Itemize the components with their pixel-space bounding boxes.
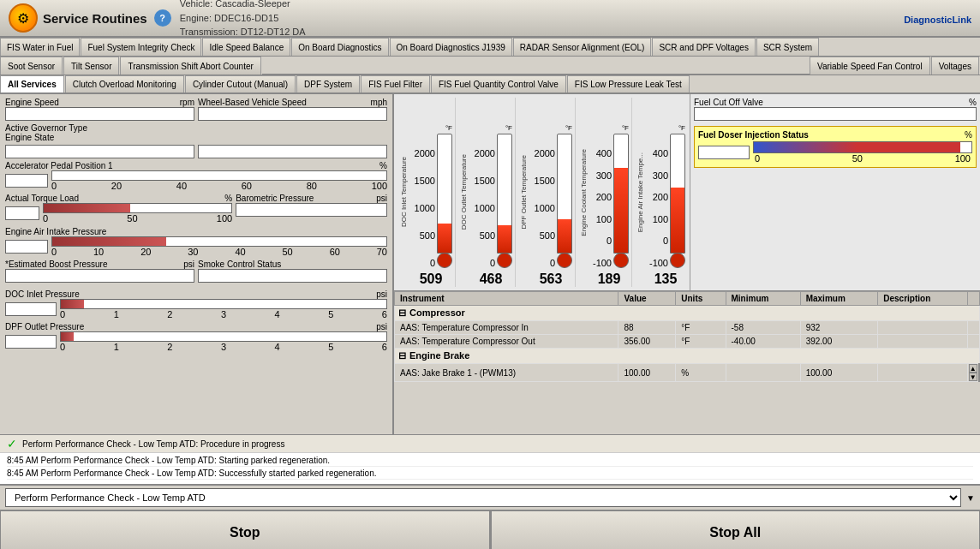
engine-speed-unit: rpm: [180, 98, 194, 107]
tab-fis-fuel[interactable]: FIS Fuel Filter: [361, 75, 430, 92]
thermo-doc-outlet-val: 468: [480, 272, 503, 287]
tab-scr-system[interactable]: SCR System: [756, 38, 819, 56]
boost-unit: psi: [183, 260, 194, 269]
col-description: Description: [878, 292, 967, 306]
help-button[interactable]: ?: [154, 9, 171, 27]
tab-fis-lowpres[interactable]: FIS Low Pressure Leak Test: [567, 75, 690, 92]
fuel-cutoff-section: Fuel Cut Off Valve % 0.00: [694, 98, 977, 121]
group-engine-brake: ⊟Engine Brake: [395, 349, 980, 364]
log-entry: 8:45 AM Perform Performance Check - Low …: [7, 455, 973, 467]
doc-inlet-label: DOC Inlet Pressure: [5, 289, 80, 299]
status-text: Perform Performance Check - Low Temp ATD…: [22, 439, 284, 449]
thermo-doc-inlet: DOC Inlet Temperature °F 200015001000500…: [396, 98, 456, 287]
brand-logo: DiagnosticLink: [904, 9, 971, 27]
bottom-controls: Perform Performance Check - Low Temp ATD…: [0, 484, 980, 549]
fuel-cutoff-value: 0.00: [694, 107, 977, 121]
thermo-doc-inlet-val: 509: [420, 272, 443, 287]
routine-dropdown[interactable]: Perform Performance Check - Low Temp ATD: [5, 488, 961, 507]
accel-unit: %: [379, 161, 387, 170]
torque-unit: %: [224, 194, 232, 203]
main-area: Engine Speed rpm 1252.6 Wheel-Based Vehi…: [0, 94, 980, 434]
dpf-outlet-label: DPF Outlet Pressure: [5, 322, 84, 331]
smoke-label: Smoke Control Status: [198, 260, 387, 269]
dpf-outlet-value: 0.231: [5, 335, 57, 349]
doc-inlet-value: 0.444: [5, 302, 57, 316]
gov-type-value: Idle speed governor: [5, 145, 194, 158]
tab-row-2: Soot Sensor Tilt Sensor Transmission Shi…: [0, 57, 980, 75]
fuel-doser-value: 95.00: [698, 146, 750, 159]
dpf-outlet-unit: psi: [376, 322, 387, 331]
tab-varspeed[interactable]: Variable Speed Fan Control: [810, 57, 930, 75]
accel-value: 0.0: [5, 174, 48, 188]
routine-select-row: Perform Performance Check - Low Temp ATD…: [0, 486, 980, 510]
header: ⚙ Service Routines ? Vehicle: Cascadia-S…: [0, 0, 980, 38]
wheel-speed-label: Wheel-Based Vehicle Speed: [198, 98, 307, 107]
tab-fis-water[interactable]: FIS Water in Fuel: [0, 38, 80, 56]
doc-inlet-unit: psi: [376, 289, 387, 299]
readings-panel: Engine Speed rpm 1252.6 Wheel-Based Vehi…: [0, 94, 394, 434]
tab-clutch[interactable]: Clutch Overload Monitoring: [65, 75, 184, 92]
engine-speed-label: Engine Speed: [5, 98, 59, 107]
buttons-row: Stop Stop All: [0, 510, 980, 549]
dropdown-arrow-icon: ▼: [966, 493, 975, 503]
thermo-coolant: Engine Coolant Temperature °F 4003002001…: [576, 98, 632, 287]
thermos-section: DOC Inlet Temperature °F 200015001000500…: [394, 94, 980, 291]
engine-state-label: Engine State: [5, 133, 387, 142]
app-logo: ⚙: [9, 3, 38, 33]
col-instrument: Instrument: [395, 292, 618, 306]
table-row: AAS: Temperature Compressor In 88 °F -58…: [395, 321, 980, 335]
thermos-group: DOC Inlet Temperature °F 200015001000500…: [394, 94, 690, 290]
thermo-air-intake-val: 135: [654, 272, 678, 287]
status-line: ✓ Perform Performance Check - Low Temp A…: [0, 435, 980, 453]
group-compressor: ⊟Compressor: [395, 306, 980, 321]
boost-label: *Estimated Boost Pressure: [5, 260, 108, 269]
tab-fuel-integrity[interactable]: Fuel System Integrity Check: [81, 38, 201, 56]
wheel-speed-unit: mph: [371, 98, 387, 107]
tab-idle-speed[interactable]: Idle Speed Balance: [202, 38, 290, 56]
tab-obd-j1939[interactable]: On Board Diagnostics J1939: [390, 38, 512, 56]
tab-row-1: FIS Water in Fuel Fuel System Integrity …: [0, 38, 980, 57]
tab-radar[interactable]: RADAR Sensor Alignment (EOL): [513, 38, 652, 56]
tab-trans-shift[interactable]: Transmission Shift Abort Counter: [120, 57, 260, 75]
thermo-air-intake: Engine Air Intake Tempe... °F 4003002001…: [632, 98, 688, 287]
fuel-doser-label: Fuel Doser Injection Status: [698, 130, 809, 140]
tab-row-3: All Services Clutch Overload Monitoring …: [0, 75, 980, 94]
col-minimum: Minimum: [726, 292, 800, 306]
fuel-doser-unit: %: [965, 130, 972, 140]
baro-label: Barometric Pressure: [236, 194, 314, 203]
col-units: Units: [676, 292, 726, 306]
col-value: Value: [618, 292, 676, 306]
table-row: AAS: Jake Brake 1 - (PWM13) 100.00 % 100…: [395, 364, 980, 382]
baro-unit: psi: [376, 194, 387, 203]
fuel-doser-section: Fuel Doser Injection Status % 95.00 0501…: [694, 126, 977, 168]
tab-fis-qty[interactable]: FIS Fuel Quantity Control Valve: [431, 75, 566, 92]
vehicle-info: Vehicle: Cascadia-Sleeper Engine: DDEC16…: [180, 0, 306, 39]
thermo-dpf-outlet-val: 563: [540, 272, 563, 287]
tab-soot[interactable]: Soot Sensor: [0, 57, 63, 75]
fuel-cutoff-label: Fuel Cut Off Valve: [694, 98, 763, 107]
thermo-doc-outlet: DOC Outlet Temperature °F 20001500100050…: [456, 98, 516, 287]
wheel-speed-value: 0.0000: [198, 107, 387, 121]
table-row: AAS: Temperature Compressor Out 356.00 °…: [395, 335, 980, 349]
tab-tilt[interactable]: Tilt Sensor: [63, 57, 119, 75]
stop-button[interactable]: Stop: [0, 510, 491, 549]
status-icon: ✓: [7, 437, 17, 451]
fuel-cutoff-unit: %: [969, 98, 977, 107]
stop-all-button[interactable]: Stop All: [491, 510, 981, 549]
tab-voltages[interactable]: Voltages: [931, 57, 979, 75]
tab-cylinder[interactable]: Cylinder Cutout (Manual): [185, 75, 296, 92]
baro-value: 14.43: [236, 203, 387, 217]
smoke-value: 0.00000: [198, 269, 387, 283]
accel-label: Accelerator Pedal Position 1: [5, 161, 113, 170]
col-maximum: Maximum: [800, 292, 878, 306]
engine-state-value: Engine Idle: [198, 145, 387, 158]
instrument-table-section: Instrument Value Units Minimum Maximum D…: [394, 291, 980, 434]
status-log: ✓ Perform Performance Check - Low Temp A…: [0, 434, 980, 484]
tab-all-services[interactable]: All Services: [0, 75, 64, 92]
tab-obd[interactable]: On Board Diagnostics: [291, 38, 388, 56]
app-title: Service Routines: [43, 11, 147, 26]
gov-type-label: Active Governor Type: [5, 123, 387, 133]
tab-dpf[interactable]: DPF System: [296, 75, 360, 92]
log-entry: 8:45 AM Perform Performance Check - Low …: [7, 468, 973, 480]
tab-scr-dpf[interactable]: SCR and DPF Voltages: [652, 38, 756, 56]
